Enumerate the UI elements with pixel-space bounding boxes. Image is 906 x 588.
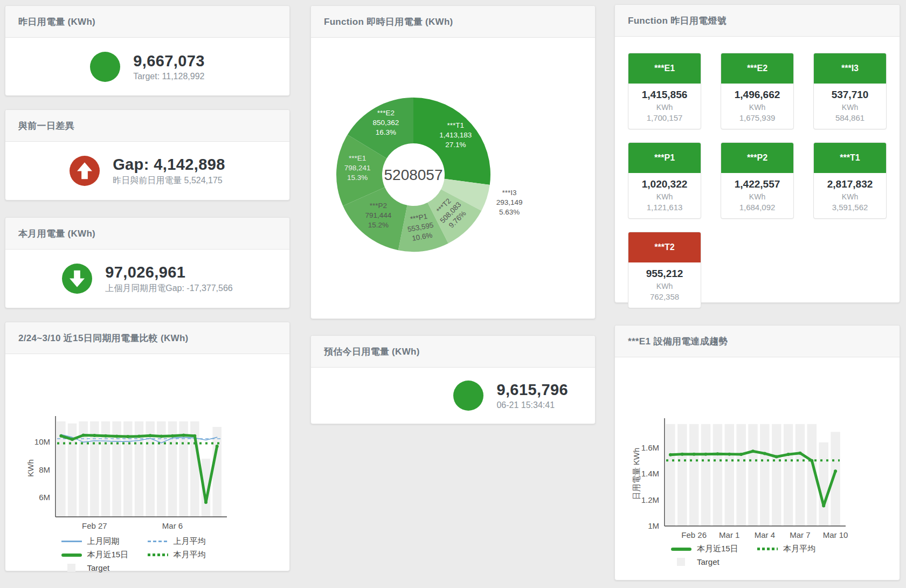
card-title-text: Function 即時日用電量 (KWh) [324, 16, 453, 28]
legend-label: Target [697, 557, 720, 566]
status-tile-body: 1,422,557KWh1,684,092 [721, 173, 793, 218]
svg-text:6M: 6M [39, 493, 50, 502]
donut-svg: ***T11,413,18327.1%***I3293,1495.63%***T… [311, 38, 595, 319]
card-title-text: 預估今日用電量 (KWh) [324, 345, 420, 358]
card-title: 2/24~3/10 近15日同期用電量比較 (KWh) [5, 322, 289, 354]
yesterday-usage-target: Target: 11,128,992 [133, 72, 205, 81]
tile-usage-value: 2,817,832 [816, 178, 884, 190]
svg-text:Mar 7: Mar 7 [790, 530, 810, 539]
realtime-usage-donut-chart[interactable]: ***T11,413,18327.1%***I3293,1495.63%***T… [311, 38, 595, 319]
legend-item[interactable]: 上月同期 [61, 536, 148, 547]
tile-unit: KWh [631, 192, 698, 201]
card-title-text: 2/24~3/10 近15日同期用電量比較 (KWh) [18, 332, 189, 344]
svg-text:日用電量 KWh: 日用電量 KWh [632, 448, 641, 500]
target-bar [736, 424, 745, 526]
green-status-circle-icon [90, 52, 120, 82]
target-bar [772, 424, 781, 526]
gap-subtitle: 昨日與前日用電量 5,524,175 [113, 175, 225, 186]
tile-usage-value: 1,496,662 [723, 89, 791, 101]
legend-item[interactable]: 本月平均 [757, 544, 843, 554]
legend-item[interactable]: 上月平均 [148, 536, 234, 547]
legend-swatch-box [677, 558, 685, 566]
month-usage-value: 97,026,961 [105, 264, 233, 281]
status-tile-body: 537,710KWh584,861 [814, 84, 886, 129]
status-tiles-grid: ***E11,415,856KWh1,700,157***E21,496,662… [615, 37, 900, 319]
green-status-circle-icon [453, 381, 483, 411]
tile-target-value: 1,675,939 [723, 113, 791, 122]
tile-unit: KWh [631, 103, 698, 112]
status-tile-e1: ***E11,415,856KWh1,700,157 [628, 53, 701, 129]
compare-15d-svg: 6M8M10MKWhFeb 27Mar 6 [5, 354, 289, 534]
svg-text:10M: 10M [34, 437, 50, 446]
svg-text:1.6M: 1.6M [641, 443, 659, 452]
target-bar [713, 424, 722, 526]
kpi-body: 9,615,796 06-21 15:34:41 [311, 368, 595, 424]
tile-target-value: 1,700,157 [631, 113, 698, 122]
card-title: ***E1 設備用電達成趨勢 [615, 326, 900, 357]
tile-unit: KWh [723, 192, 791, 201]
svg-text:1M: 1M [648, 521, 659, 530]
legend-swatch-box [67, 564, 75, 572]
status-tile-body: 955,212KWh762,358 [628, 262, 701, 308]
tile-unit: KWh [723, 103, 791, 112]
card-title-text: Function 昨日用電燈號 [628, 15, 727, 27]
svg-text:Mar 6: Mar 6 [162, 521, 183, 530]
card-title: Function 即時日用電量 (KWh) [311, 6, 595, 38]
legend-item[interactable]: 本月近15日 [671, 544, 757, 554]
card-title: 與前一日差異 [5, 110, 289, 142]
gap-value: Gap: 4,142,898 [113, 156, 225, 174]
target-bar [819, 442, 828, 526]
status-tile-body: 1,020,322KWh1,121,613 [628, 173, 701, 218]
target-bar [212, 427, 222, 517]
card-title-text: 與前一日差異 [18, 120, 74, 132]
green-down-arrow-circle-icon [62, 264, 92, 294]
estimate-timestamp: 06-21 15:34:41 [496, 400, 568, 410]
card-yesterday-usage: 昨日用電量 (KWh) 9,667,073 Target: 11,128,992 [5, 5, 290, 96]
compare-15day-chart[interactable]: 6M8M10MKWhFeb 27Mar 6 [5, 354, 289, 534]
legend-swatch-line [61, 541, 82, 542]
status-tile-p2: ***P21,422,557KWh1,684,092 [721, 142, 794, 219]
legend-swatch-thick [61, 554, 82, 557]
tile-usage-value: 1,020,322 [631, 178, 698, 190]
tile-target-value: 1,684,092 [723, 203, 791, 212]
card-title-text: 昨日用電量 (KWh) [18, 16, 95, 28]
legend-label: 上月同期 [87, 536, 120, 547]
target-bar [748, 424, 757, 526]
legend-item[interactable]: 本月平均 [148, 550, 234, 560]
compare-chart-legend: 上月同期上月平均本月近15日本月平均Target [5, 536, 289, 572]
legend-label: 本月近15日 [697, 544, 738, 554]
svg-text:1.2M: 1.2M [641, 495, 659, 504]
kpi-text: 9,667,073 Target: 11,128,992 [133, 52, 205, 81]
svg-text:Feb 26: Feb 26 [681, 530, 707, 539]
e1-trend-chart[interactable]: 1M1.2M1.4M1.6M日用電量 KWhFeb 26Mar 1Mar 4Ma… [615, 357, 900, 542]
target-bar [796, 424, 805, 526]
tile-target-value: 762,358 [631, 292, 698, 301]
legend-item[interactable]: Target [671, 557, 757, 566]
svg-text:Mar 4: Mar 4 [755, 530, 775, 539]
card-gap-prev-day: 與前一日差異 Gap: 4,142,898 昨日與前日用電量 5,524,175 [5, 109, 290, 200]
svg-text:5208057: 5208057 [384, 167, 442, 183]
legend-label: Target [87, 563, 110, 572]
svg-text:8M: 8M [39, 465, 50, 474]
status-tile-header: ***T1 [814, 143, 886, 173]
month-usage-gap: 上個月同期用電Gap: -17,377,566 [105, 283, 233, 294]
kpi-text: Gap: 4,142,898 昨日與前日用電量 5,524,175 [113, 156, 225, 186]
target-bar [760, 424, 769, 526]
legend-label: 上月平均 [174, 536, 206, 547]
card-title: 預估今日用電量 (KWh) [311, 336, 595, 368]
legend-item[interactable]: Target [61, 563, 148, 572]
card-today-estimate: 預估今日用電量 (KWh) 9,615,796 06-21 15:34:41 [310, 335, 596, 424]
kpi-body: Gap: 4,142,898 昨日與前日用電量 5,524,175 [5, 142, 289, 200]
tile-usage-value: 955,212 [631, 268, 698, 280]
card-15day-compare-chart: 2/24~3/10 近15日同期用電量比較 (KWh) 6M8M10MKWhFe… [5, 322, 290, 571]
tile-target-value: 3,591,562 [816, 203, 884, 212]
tile-target-value: 1,121,613 [631, 203, 698, 212]
card-title: Function 昨日用電燈號 [615, 5, 900, 37]
e1-trend-svg: 1M1.2M1.4M1.6M日用電量 KWhFeb 26Mar 1Mar 4Ma… [615, 357, 900, 542]
target-bar [725, 424, 734, 526]
card-month-usage: 本月用電量 (KWh) 97,026,961 上個月同期用電Gap: -17,3… [5, 217, 290, 308]
kpi-body: 97,026,961 上個月同期用電Gap: -17,377,566 [5, 250, 289, 308]
target-bar [677, 424, 687, 526]
legend-item[interactable]: 本月近15日 [61, 550, 148, 560]
card-title-text: 本月用電量 (KWh) [18, 227, 95, 240]
